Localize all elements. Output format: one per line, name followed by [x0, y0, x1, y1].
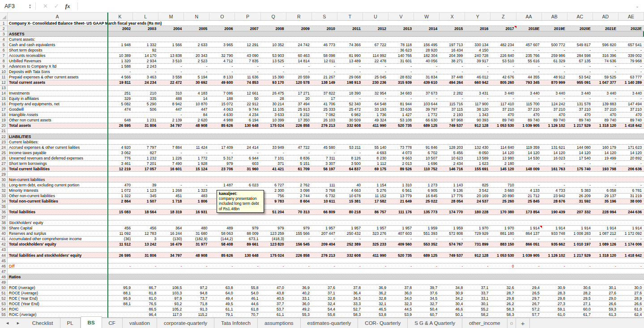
cell-AC30[interactable]: [567, 177, 593, 182]
cell-A12[interactable]: Total current assets: [8, 80, 107, 85]
cell-S25[interactable]: -: [312, 150, 337, 155]
cell-L47[interactable]: [133, 269, 158, 274]
cell-AD41[interactable]: -: [593, 237, 618, 242]
cell-U50[interactable]: 36,9: [363, 285, 388, 290]
cell-P12[interactable]: 74 853: [235, 80, 260, 85]
cell-S28[interactable]: 56 197: [312, 166, 337, 171]
cell-Z5[interactable]: 482 234: [490, 42, 516, 47]
cell-S40[interactable]: 207 447: [312, 231, 337, 236]
cell-V11[interactable]: 28 832: [388, 74, 414, 79]
column-header-A[interactable]: A: [8, 13, 107, 20]
cell-T54[interactable]: 52,7: [337, 306, 363, 311]
cell-P39[interactable]: 979: [235, 226, 260, 231]
cell-T1[interactable]: [337, 21, 363, 26]
cell-AA22[interactable]: [516, 134, 542, 139]
cell-AD23[interactable]: [593, 139, 618, 144]
cell-A2[interactable]: [8, 26, 107, 31]
cell-U12[interactable]: 230 236: [363, 80, 388, 85]
cell-AC44[interactable]: 1 217 529: [567, 253, 593, 258]
cell-AE55[interactable]: 62,4: [618, 312, 644, 317]
cell-AB17[interactable]: 37 210: [542, 107, 567, 112]
cell-AE51[interactable]: 27,6: [618, 290, 644, 295]
cell-S27[interactable]: 3 307: [312, 161, 337, 166]
cell-AD35[interactable]: [593, 204, 618, 209]
cell-R5[interactable]: 24 742: [286, 42, 312, 47]
cell-O7[interactable]: 32 790: [209, 53, 235, 58]
cell-AB34[interactable]: 28 676: [542, 199, 567, 204]
cell-W34[interactable]: 25 022: [414, 199, 439, 204]
column-header-V[interactable]: V: [388, 13, 414, 20]
cell-AB7[interactable]: 259 986: [542, 53, 567, 58]
cell-Z26[interactable]: 13 980: [490, 155, 516, 160]
cell-U47[interactable]: [363, 269, 388, 274]
cell-AD18[interactable]: 470: [593, 112, 618, 117]
cell-N10[interactable]: -: [184, 69, 209, 74]
cell-T31[interactable]: 40: [337, 182, 363, 187]
cell-V16[interactable]: 81 944: [388, 102, 414, 107]
cell-W30[interactable]: [414, 177, 439, 182]
cell-K41[interactable]: (36): [107, 237, 133, 242]
cell-A9[interactable]: Advances to Company X ltd: [8, 64, 107, 69]
cell-N47[interactable]: [184, 269, 209, 274]
cell-AE12[interactable]: 1 140 289: [618, 80, 644, 85]
cell-T32[interactable]: 4 663: [337, 188, 363, 193]
cell-Q48[interactable]: [261, 274, 286, 279]
cell-W33[interactable]: 16 845: [414, 194, 439, 199]
cell-W14[interactable]: 37 673: [414, 91, 439, 96]
cell-M41[interactable]: (130): [158, 237, 184, 242]
cell-P49[interactable]: [235, 280, 260, 285]
cell-AC2[interactable]: 2020E: [567, 26, 593, 31]
cell-Z10[interactable]: -: [490, 69, 516, 74]
cell-AB40[interactable]: 933 748: [542, 231, 567, 236]
cell-W8[interactable]: 40 056: [414, 58, 439, 63]
cell-Y26[interactable]: 13 589: [465, 155, 490, 160]
cell-K28[interactable]: 12 219: [107, 166, 133, 171]
cell-Q44[interactable]: 175 024: [261, 253, 286, 258]
cell-W18[interactable]: 1 772: [414, 112, 439, 117]
cell-AD36[interactable]: 228 994: [593, 210, 618, 215]
cell-AC14[interactable]: 3 440: [567, 91, 593, 96]
tab-cor-quarterly[interactable]: COR- Quarterly: [358, 318, 408, 328]
cell-K27[interactable]: 3 461: [107, 161, 133, 166]
cell-R13[interactable]: [286, 86, 312, 91]
cell-Z29[interactable]: [490, 172, 516, 177]
cell-AB26[interactable]: 16 023: [542, 155, 567, 160]
cell-S33[interactable]: 6 732: [312, 194, 337, 199]
cell-AD6[interactable]: -: [593, 47, 618, 52]
cell-AE39[interactable]: 1 914: [618, 226, 644, 231]
cell-T40[interactable]: 250 432: [337, 231, 363, 236]
row-header-29[interactable]: 29: [0, 172, 8, 177]
cell-L45[interactable]: [133, 258, 158, 263]
cell-AE43[interactable]: [618, 247, 644, 252]
cell-V29[interactable]: [388, 172, 414, 177]
cell-AE5[interactable]: 657 541: [618, 42, 644, 47]
cell-N32[interactable]: 1 323: [184, 188, 209, 193]
row-header-32[interactable]: 32: [0, 188, 8, 193]
cell-V44[interactable]: 520 735: [388, 253, 414, 258]
cell-S16[interactable]: 41 706: [312, 102, 337, 107]
cell-M44[interactable]: 34 797: [158, 253, 184, 258]
cell-X21[interactable]: [439, 129, 465, 134]
cell-K49[interactable]: [107, 280, 133, 285]
cell-M28[interactable]: 16 601: [158, 166, 184, 171]
cell-X52[interactable]: 34,2: [439, 296, 465, 301]
cell-AB9[interactable]: -: [542, 64, 567, 69]
cell-AE27[interactable]: -: [618, 161, 644, 166]
cell-S26[interactable]: 7 311: [312, 155, 337, 160]
cell-P43[interactable]: [235, 247, 260, 252]
cell-K55[interactable]: [107, 312, 133, 317]
cell-AD47[interactable]: [593, 269, 618, 274]
cell-W45[interactable]: [414, 258, 439, 263]
cell-M3[interactable]: [158, 31, 184, 36]
cell-K4[interactable]: [107, 37, 133, 42]
cell-AC10[interactable]: -: [567, 69, 593, 74]
cell-X31[interactable]: 1 143: [439, 182, 465, 187]
cell-N34[interactable]: 1 806: [184, 199, 209, 204]
cell-U7[interactable]: 114 992: [363, 53, 388, 58]
cell-N44[interactable]: 48 908: [184, 253, 209, 258]
cell-S10[interactable]: -: [312, 69, 337, 74]
cell-U35[interactable]: [363, 204, 388, 209]
cell-Q29[interactable]: [261, 172, 286, 177]
cell-P31[interactable]: 6 023: [235, 182, 260, 187]
cell-V22[interactable]: [388, 134, 414, 139]
